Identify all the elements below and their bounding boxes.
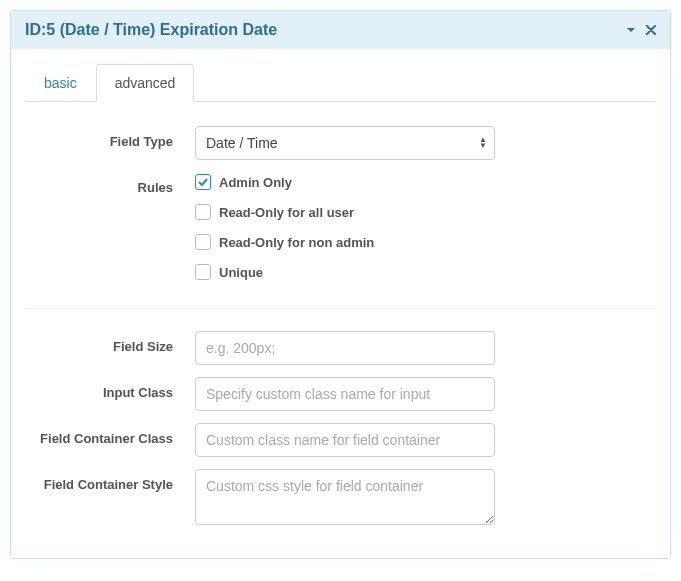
panel-body: basic advanced Field Type Date / Time ▲▼… bbox=[11, 49, 670, 558]
input-class-input[interactable] bbox=[195, 377, 495, 411]
field-size-input[interactable] bbox=[195, 331, 495, 365]
checkbox-unique[interactable] bbox=[195, 264, 211, 280]
label-field-container-class: Field Container Class bbox=[25, 423, 195, 446]
tab-advanced[interactable]: advanced bbox=[96, 64, 195, 102]
row-field-container-style: Field Container Style bbox=[25, 469, 656, 528]
panel-title: ID:5 (Date / Time) Expiration Date bbox=[25, 21, 277, 39]
caret-down-icon[interactable] bbox=[626, 22, 636, 38]
row-rules: Rules Admin Only Read-Only for all user bbox=[25, 172, 656, 294]
panel-actions bbox=[626, 22, 656, 38]
checkbox-label-read-only-all: Read-Only for all user bbox=[219, 205, 354, 220]
field-type-select[interactable]: Date / Time bbox=[195, 126, 495, 160]
checkbox-label-admin-only: Admin Only bbox=[219, 175, 292, 190]
label-rules: Rules bbox=[25, 172, 195, 195]
row-input-class: Input Class bbox=[25, 377, 656, 411]
checkbox-label-unique: Unique bbox=[219, 265, 263, 280]
label-input-class: Input Class bbox=[25, 377, 195, 400]
label-field-type: Field Type bbox=[25, 126, 195, 149]
field-container-class-input[interactable] bbox=[195, 423, 495, 457]
label-field-size: Field Size bbox=[25, 331, 195, 354]
row-field-type: Field Type Date / Time ▲▼ bbox=[25, 126, 656, 160]
checkbox-admin-only[interactable] bbox=[195, 174, 211, 190]
row-field-container-class: Field Container Class bbox=[25, 423, 656, 457]
tabs: basic advanced bbox=[25, 63, 656, 102]
separator bbox=[25, 308, 656, 309]
label-field-container-style: Field Container Style bbox=[25, 469, 195, 492]
field-settings-panel: ID:5 (Date / Time) Expiration Date basic… bbox=[10, 10, 671, 559]
row-field-size: Field Size bbox=[25, 331, 656, 365]
checkbox-read-only-non-admin[interactable] bbox=[195, 234, 211, 250]
checkbox-label-read-only-non-admin: Read-Only for non admin bbox=[219, 235, 374, 250]
close-icon[interactable] bbox=[646, 22, 656, 38]
tab-basic[interactable]: basic bbox=[25, 64, 96, 102]
field-container-style-textarea[interactable] bbox=[195, 469, 495, 525]
checkbox-read-only-all[interactable] bbox=[195, 204, 211, 220]
panel-header: ID:5 (Date / Time) Expiration Date bbox=[11, 11, 670, 49]
